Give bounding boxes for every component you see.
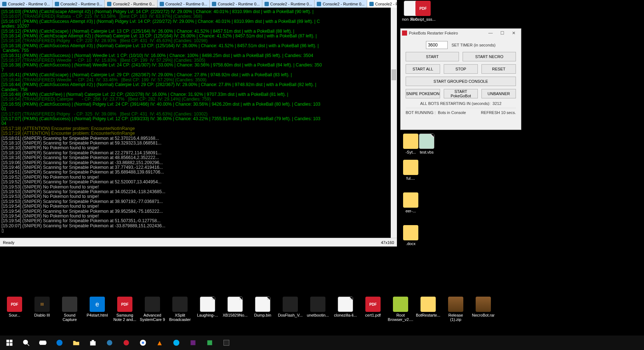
console-icon [317,2,321,6]
tab-1[interactable]: Console2 - Runtime 0... [53,0,105,8]
taskbar-store[interactable] [85,335,101,350]
minimize-button[interactable]: — [485,30,496,36]
pokebots-window: PokeBots Restarter Fokeiro — ☐ ✕ SET TIM… [400,28,521,130]
svg-rect-17 [190,340,195,345]
desktop-icon-xsplit[interactable]: XSplitBroadcaster [166,297,194,322]
stop-button[interactable]: STOP [444,64,478,74]
unbanner-button[interactable]: UNBANNER [481,89,516,98]
svg-rect-19 [224,340,229,346]
desktop-icon-row: PDFSour...IIIDiablo IIISoundCaptureeP4st… [0,297,644,322]
taskbar-chrome[interactable] [135,335,151,350]
desktop-icon-clonezilla[interactable]: clonezilla-li... [332,297,359,322]
console-icon [369,2,374,6]
svg-point-9 [57,340,63,346]
svg-rect-8 [46,342,47,344]
status-right: 47x160 [381,240,394,245]
console-icon [264,2,269,6]
desktop-icon-receipt[interactable]: PDF Receipt_sss... [409,1,437,21]
start-grouped-console-button[interactable]: START GROUPED CONSOLE [406,77,516,86]
svg-rect-3 [10,343,13,346]
svg-line-5 [27,344,29,346]
taskbar-wsettings[interactable] [102,335,118,350]
taskbar-cmd[interactable] [218,335,234,350]
pokebots-titlebar[interactable]: PokeBots Restarter Fokeiro — ☐ ✕ [401,29,521,37]
svg-point-16 [173,340,180,346]
start-button[interactable]: START [406,52,459,61]
tab-6[interactable]: Console2 - Runtime 0... [315,0,367,8]
console-icon [107,2,111,6]
desktop-icon-laughing[interactable]: Laughing-... [194,297,221,322]
status-bar: Ready 47x160 [0,238,397,247]
pdf-icon: PDF [415,1,431,16]
start-pokegobot-button[interactable]: START PokeGoBot [444,89,478,98]
desktop-icon-release[interactable]: Release(1).zip [442,297,469,322]
status-left: Ready [3,240,15,245]
desktop-icon-samsung[interactable]: PDFSamsungNote 2 and... [111,297,139,322]
start-necro-button[interactable]: START NECRO [463,52,516,61]
timer-input[interactable] [426,41,448,49]
desktop-icon-testvbs[interactable]: test.vbs [413,134,440,154]
taskbar-skype[interactable] [168,335,184,350]
dark-icon [145,297,160,312]
zip-icon [448,297,463,312]
desktop-icon-unetboot[interactable]: unetbootin... [304,297,332,322]
scrollbar[interactable] [391,8,397,238]
desktop-icon-sound[interactable]: SoundCapture [56,297,83,322]
tab-7[interactable]: Console2 - Runtime 0... [367,0,397,8]
desktop-icon-diablo[interactable]: IIIDiablo III [28,297,56,322]
desktop-icon-botrestart[interactable]: BotRestarte... [414,297,442,322]
restart-label: ALL BOTS RESTARTING IN (seconds): [420,101,491,106]
restart-value: 3212 [493,101,501,106]
set-timer-label: SET TIMER (in seconds) [451,43,495,47]
text-icon [200,297,215,312]
pokebots-icon [402,30,407,36]
desktop-icon-asc[interactable]: AdvancedSystemCare 9 [139,297,166,322]
desktop-icon-ful[interactable]: ful.... [397,160,424,180]
desktop-icon-necrobot[interactable]: NecroBot.rar [469,297,497,322]
html-icon: e [90,297,105,312]
desktop-icon-cert1[interactable]: PDFcert1.pdf [359,297,387,322]
snipe-pokemon-button[interactable]: SNIPE POKEMON [406,89,440,98]
svg-rect-7 [39,342,40,344]
desktop-icon-xb[interactable]: XB15829No... [221,297,249,322]
start-all-button[interactable]: START ALL [406,64,440,74]
folder-icon [403,225,418,240]
tab-2[interactable]: Console2 - Runtime 0... [105,0,157,8]
tab-0[interactable]: Console2 - Runtime 0... [0,0,53,8]
tab-4[interactable]: Console2 - Runtime 0... [210,0,262,8]
folder-icon [403,160,418,175]
taskbar-flame[interactable]: ▲ [152,335,168,350]
taskbar-search[interactable] [18,335,34,350]
scrollbar-thumb[interactable] [391,69,396,80]
svg-rect-6 [40,341,46,345]
taskbar-vs[interactable] [185,335,201,350]
tab-3[interactable]: Console2 - Runtime 0... [157,0,210,8]
desktop-icon-eer[interactable]: eer-... [397,192,424,213]
desktop-icon-sour[interactable]: PDFSour... [1,297,28,322]
tab-bar: Console2 - Runtime 0...Console2 - Runtim… [0,0,397,8]
desktop-icon-docx[interactable]: .docx [397,225,424,246]
taskbar-edge[interactable] [52,335,67,350]
console-icon [55,2,59,6]
svg-rect-11 [92,340,94,342]
folder-icon [421,297,436,312]
maximize-button[interactable]: ☐ [496,30,508,36]
reset-button[interactable]: RESET [481,64,516,74]
taskbar-explorer[interactable] [68,335,84,350]
swirl-icon [62,297,77,312]
running-value: Bots in Console [438,110,466,115]
console-window: Console2 - Runtime 0...Console2 - Runtim… [0,0,397,247]
console-icon [2,2,7,6]
desktop-icon-dump[interactable]: Dump.bin [249,297,276,322]
taskbar-green[interactable] [202,335,218,350]
taskbar-start[interactable] [1,335,17,350]
close-button[interactable]: ✕ [508,30,520,36]
zip-icon [476,297,491,312]
taskbar-taskview[interactable] [35,335,51,350]
dark-icon [283,297,298,312]
desktop-icon-rootb[interactable]: RootBrowser_v2.... [387,297,414,322]
taskbar-red[interactable] [118,335,134,350]
desktop-icon-dosflash[interactable]: DosFlash_V... [276,297,304,322]
desktop-icon-p4start[interactable]: eP4start.html [83,297,111,322]
tab-5[interactable]: Console2 - Runtime 0... [262,0,315,8]
